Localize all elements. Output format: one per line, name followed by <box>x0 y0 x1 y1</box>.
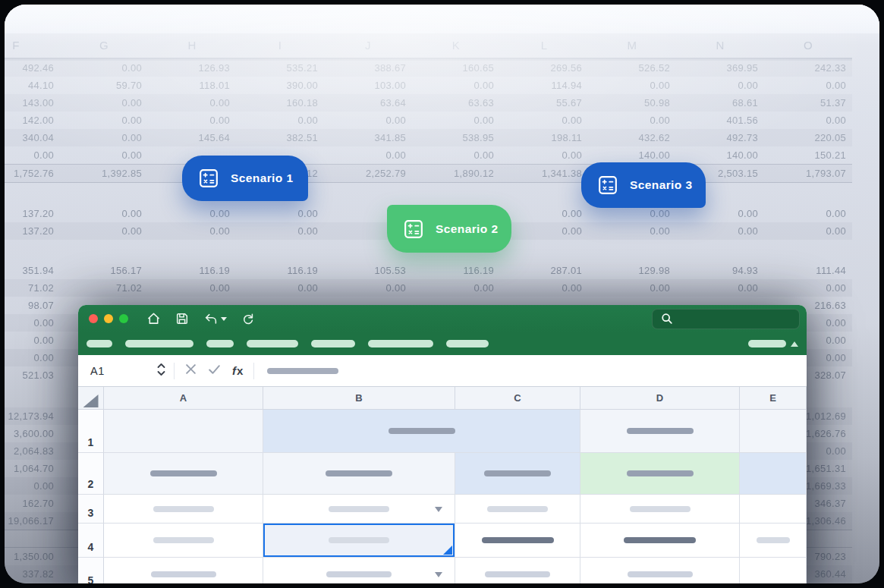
scenario-3-button[interactable]: Scenario 3 <box>581 162 706 208</box>
bg-cell: 19,066.17 <box>5 512 60 530</box>
search-box[interactable] <box>652 309 800 329</box>
row-header-1[interactable]: 1 <box>78 410 104 453</box>
menu-item-pill[interactable] <box>311 340 355 347</box>
bg-cell: 0.00 <box>588 279 676 297</box>
bg-column-header: K <box>412 33 500 58</box>
cell-E2[interactable] <box>740 453 807 495</box>
menu-item-pill[interactable] <box>125 340 193 347</box>
minimize-window-button[interactable] <box>104 314 113 323</box>
cell-content-placeholder <box>487 506 548 512</box>
cell-content-placeholder <box>627 428 694 434</box>
cell-D1[interactable] <box>580 410 740 453</box>
redo-icon[interactable] <box>241 312 255 325</box>
menu-item-pill[interactable] <box>87 340 112 347</box>
cell-D3[interactable] <box>580 495 740 524</box>
bg-cell: 0.00 <box>148 222 236 240</box>
cell-D5[interactable] <box>580 558 740 583</box>
cell-B2[interactable] <box>263 453 455 495</box>
bg-cell: 0.00 <box>764 279 852 297</box>
cell-content-placeholder <box>630 506 691 512</box>
bg-cell: 0.00 <box>500 112 588 129</box>
column-header-C[interactable]: C <box>455 387 580 410</box>
scenario-1-button[interactable]: Scenario 1 <box>182 156 308 201</box>
collapse-ribbon-caret-icon[interactable] <box>791 341 798 347</box>
row-header-4[interactable]: 4 <box>78 524 104 558</box>
save-icon[interactable] <box>175 312 189 325</box>
cell-dropdown-caret-icon[interactable] <box>435 507 442 512</box>
bg-cell: 0.00 <box>412 146 500 164</box>
cell-C5[interactable] <box>455 558 580 583</box>
cell-C2[interactable] <box>455 453 580 495</box>
cell-E3[interactable] <box>740 495 807 524</box>
menu-item-pill[interactable] <box>446 340 489 347</box>
bg-cell: 0.00 <box>60 146 148 164</box>
cell-D4[interactable] <box>580 524 740 558</box>
cell-B4[interactable] <box>263 524 455 558</box>
cell-A1[interactable] <box>104 410 263 453</box>
bg-cell: 63.63 <box>412 94 500 112</box>
bg-cell: 388.67 <box>324 59 412 77</box>
bg-cell: 0.00 <box>324 279 412 297</box>
cell-content-placeholder <box>624 537 696 543</box>
column-header-A[interactable]: A <box>104 387 263 410</box>
cell-A3[interactable] <box>104 495 263 524</box>
zoom-window-button[interactable] <box>119 314 128 323</box>
cell-C3[interactable] <box>455 495 580 524</box>
cell-E1[interactable] <box>740 410 807 453</box>
insert-function-button[interactable]: fx <box>232 364 243 377</box>
close-window-button[interactable] <box>89 314 98 323</box>
select-all-corner[interactable] <box>78 387 104 410</box>
undo-icon[interactable] <box>203 313 227 325</box>
menu-item-pill[interactable] <box>206 340 234 347</box>
bg-cell: 0.00 <box>60 94 148 112</box>
cell-A2[interactable] <box>104 453 263 495</box>
bg-cell: 0.00 <box>60 205 148 222</box>
bg-cell: 341.85 <box>324 129 412 146</box>
cancel-entry-button[interactable] <box>185 363 197 378</box>
home-icon[interactable] <box>146 312 161 325</box>
bg-cell: 51.37 <box>764 94 852 112</box>
column-header-B[interactable]: B <box>263 387 455 410</box>
confirm-entry-button[interactable] <box>208 364 221 378</box>
menu-item-pill[interactable] <box>368 340 433 347</box>
bg-column-header: N <box>676 33 764 58</box>
cell-BC1[interactable] <box>263 410 580 453</box>
cell-content-placeholder <box>150 470 217 476</box>
cell-content-placeholder <box>389 428 455 434</box>
bg-cell: 401.56 <box>676 112 764 129</box>
cell-A4[interactable] <box>104 524 263 558</box>
bg-cell: 2,064.83 <box>5 442 60 460</box>
row-header-2[interactable]: 2 <box>78 453 104 495</box>
bg-cell: 140.00 <box>588 146 676 164</box>
column-header-D[interactable]: D <box>580 387 740 410</box>
bg-cell: 287.01 <box>500 262 588 279</box>
cell-B5[interactable] <box>263 558 455 583</box>
cell-B3[interactable] <box>263 495 455 524</box>
column-header-E[interactable]: E <box>740 387 807 410</box>
selected-cell-handle-icon[interactable] <box>443 546 452 555</box>
bg-cell: 492.46 <box>5 59 60 77</box>
scenario-2-button[interactable]: Scenario 2 <box>387 205 511 253</box>
scenario-3-label: Scenario 3 <box>630 178 692 192</box>
menu-item-pill-right[interactable] <box>748 340 786 347</box>
name-box[interactable]: A1 <box>78 362 174 380</box>
cell-E4[interactable] <box>740 524 807 558</box>
bg-cell: 0.00 <box>60 222 148 240</box>
cell-C4[interactable] <box>455 524 580 558</box>
cell-dropdown-caret-icon[interactable] <box>435 572 442 577</box>
cell-D2[interactable] <box>580 453 740 495</box>
bg-cell: 521.03 <box>5 366 60 384</box>
cell-E5[interactable] <box>740 558 807 583</box>
row-header-3[interactable]: 3 <box>78 495 104 524</box>
row-header-5[interactable]: 5 <box>78 558 104 583</box>
bg-cell: 137.20 <box>5 205 60 222</box>
bg-cell: 105.53 <box>324 262 412 279</box>
bg-cell: 0.00 <box>148 94 236 112</box>
cell-A5[interactable] <box>104 558 263 583</box>
grid-row-1: 1 <box>78 410 807 453</box>
formula-input-placeholder[interactable] <box>267 368 338 374</box>
undo-dropdown-caret[interactable] <box>221 317 227 321</box>
name-box-stepper-icon[interactable] <box>156 362 166 380</box>
menu-item-pill[interactable] <box>247 340 298 347</box>
bg-cell: 0.00 <box>412 112 500 129</box>
